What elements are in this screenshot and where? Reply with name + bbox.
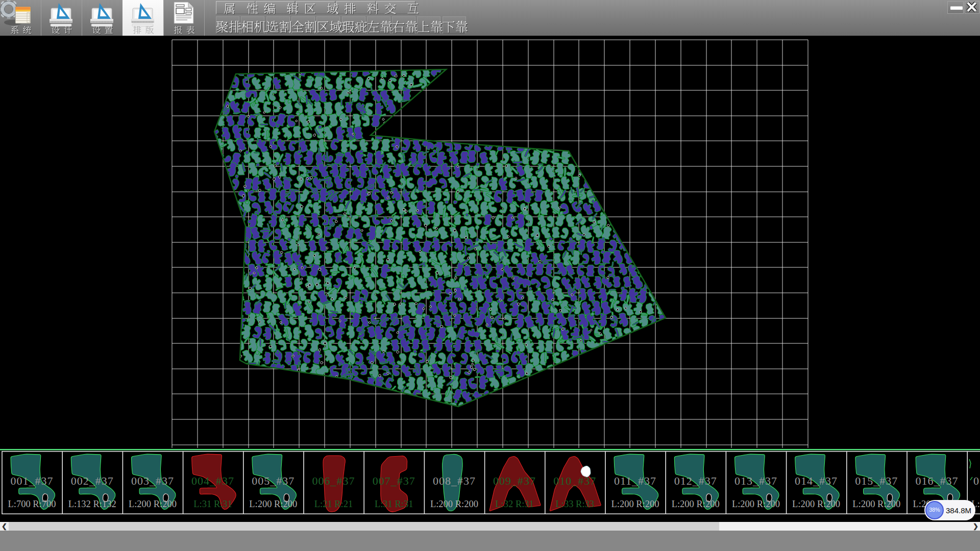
- svg-text:008_#37: 008_#37: [433, 474, 476, 487]
- svg-text:016_#37: 016_#37: [916, 474, 959, 487]
- svg-text:L:200 R:200: L:200 R:200: [672, 499, 720, 509]
- svg-text:L:200 R:200: L:200 R:200: [792, 499, 840, 509]
- svg-text:010_#37: 010_#37: [553, 474, 596, 487]
- svg-text:L:700 R:700: L:700 R:700: [8, 499, 56, 509]
- svg-text:007_#37: 007_#37: [373, 474, 415, 487]
- svg-text:L:200 R:200: L:200 R:200: [732, 499, 780, 509]
- svg-text:005_#37: 005_#37: [252, 474, 295, 487]
- svg-text:L:32 R:31: L:32 R:31: [495, 499, 534, 509]
- svg-text:015_#37: 015_#37: [855, 474, 898, 487]
- svg-text:014_#37: 014_#37: [795, 474, 838, 487]
- svg-text:L:31 R:31: L:31 R:31: [193, 499, 232, 509]
- svg-text:L:200 R:200: L:200 R:200: [852, 499, 900, 509]
- svg-text:L:21 R:21: L:21 R:21: [314, 499, 353, 509]
- svg-text:011_#37: 011_#37: [614, 474, 656, 487]
- svg-text:002_#37: 002_#37: [71, 474, 114, 487]
- svg-text:L:200 R:200: L:200 R:200: [611, 499, 659, 509]
- svg-text:L:200 R:200: L:200 R:200: [129, 499, 177, 509]
- svg-text:L:200 R:200: L:200 R:200: [430, 499, 478, 509]
- svg-text:0: 0: [973, 474, 979, 487]
- svg-text:003_#37: 003_#37: [131, 474, 174, 487]
- svg-text:L:200 R:200: L:200 R:200: [249, 499, 297, 509]
- svg-text:L:132 R:132: L:132 R:132: [68, 499, 116, 509]
- svg-text:004_#37: 004_#37: [191, 474, 234, 487]
- svg-text:001_#37: 001_#37: [11, 474, 54, 487]
- svg-text:L:33 R:33: L:33 R:33: [556, 499, 595, 509]
- svg-text:009_#37: 009_#37: [493, 474, 536, 487]
- svg-text:L:31 R:31: L:31 R:31: [375, 499, 413, 509]
- svg-text:012_#37: 012_#37: [674, 474, 717, 487]
- svg-text:006_#37: 006_#37: [312, 474, 355, 487]
- svg-text:013_#37: 013_#37: [734, 474, 777, 487]
